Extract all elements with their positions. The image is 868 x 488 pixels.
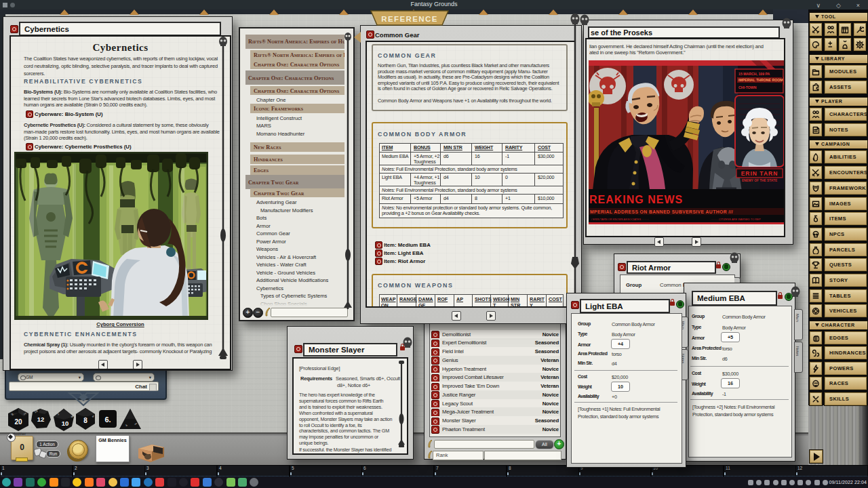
svg-text:20: 20 xyxy=(14,418,22,426)
svg-text:8: 8 xyxy=(83,417,87,424)
svg-text:15 MARCH, 109 PA: 15 MARCH, 109 PA xyxy=(738,72,770,76)
svg-text:REAKING NEWS: REAKING NEWS xyxy=(589,194,683,205)
svg-text:/ ERIN TARN OR KNOWN ASSOCIATE: / ERIN TARN OR KNOWN ASSOCIATES ········ xyxy=(591,218,649,221)
svg-text:MPERIAL ADDRESS ON BANNED SUBV: MPERIAL ADDRESS ON BANNED SUBVERSIVE AUT… xyxy=(590,209,733,214)
svg-text:ENEMY OF THE STATE: ENEMY OF THE STATE xyxy=(742,179,778,182)
svg-text:IMPERIAL THRONE ROOM: IMPERIAL THRONE ROOM xyxy=(738,78,783,82)
svg-text:10: 10 xyxy=(62,420,69,427)
svg-text:········ CITIZENS ARE WARNED T: ········ CITIZENS ARE WARNED TO REP xyxy=(711,218,761,221)
svg-text:12: 12 xyxy=(37,415,45,423)
svg-text:REFERENCE: REFERENCE xyxy=(381,15,438,23)
svg-text:6.: 6. xyxy=(104,415,111,424)
svg-text:CHI-TOWN: CHI-TOWN xyxy=(738,85,757,89)
svg-text:ERIN TARN: ERIN TARN xyxy=(741,170,778,177)
